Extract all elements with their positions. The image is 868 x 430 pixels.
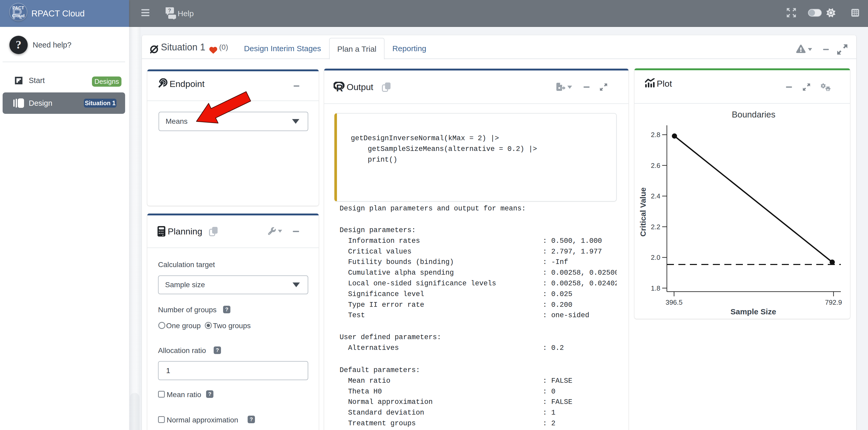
svg-text:?: ? bbox=[168, 7, 171, 13]
svg-text:396.5: 396.5 bbox=[665, 298, 683, 306]
svg-text:1.8: 1.8 bbox=[651, 284, 660, 292]
svg-text:2.0: 2.0 bbox=[651, 254, 660, 261]
svg-text:Critical Value: Critical Value bbox=[639, 188, 647, 236]
svg-text:2.2: 2.2 bbox=[651, 223, 660, 231]
svg-text:2.4: 2.4 bbox=[651, 192, 660, 200]
svg-text:2.8: 2.8 bbox=[651, 131, 660, 139]
svg-text:2.6: 2.6 bbox=[651, 162, 660, 169]
svg-text:792.9: 792.9 bbox=[825, 298, 842, 306]
svg-text:Sample Size: Sample Size bbox=[730, 307, 776, 316]
svg-text:Boundaries: Boundaries bbox=[732, 110, 776, 119]
svg-text:R: R bbox=[336, 83, 343, 92]
